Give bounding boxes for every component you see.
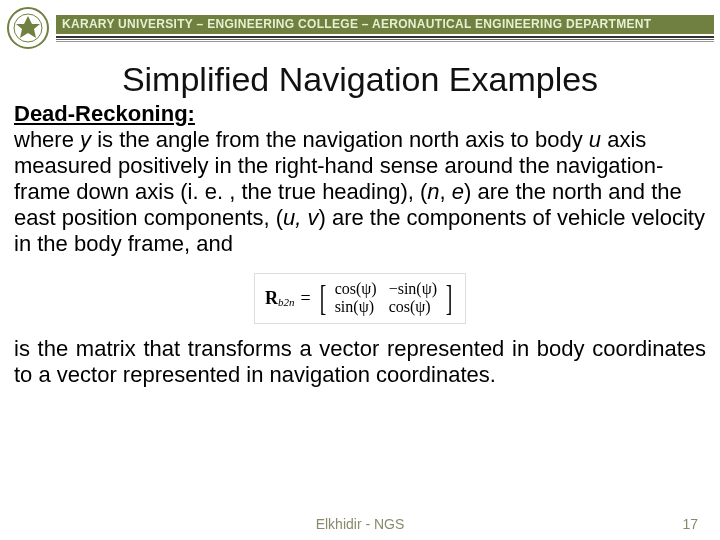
slide-title: Simplified Navigation Examples: [0, 60, 720, 99]
matrix-symbol: R: [265, 288, 278, 309]
text: is the angle from the navigation north a…: [91, 127, 589, 152]
matrix-col2: −sin(ψ) cos(ψ): [389, 280, 437, 317]
matrix-col1: cos(ψ) sin(ψ): [335, 280, 377, 317]
text: where: [14, 127, 80, 152]
text: ,: [440, 179, 452, 204]
paragraph-2: is the matrix that transforms a vector r…: [14, 336, 706, 388]
equals-sign: =: [300, 288, 310, 309]
matrix-cell: cos(ψ): [335, 280, 377, 298]
paragraph-1: where y is the angle from the navigation…: [14, 127, 706, 257]
header-divider: [56, 36, 714, 42]
var-uv: u, v: [283, 205, 318, 230]
footer-author: Elkhidir - NGS: [0, 516, 720, 532]
matrix-subscript: b2n: [278, 296, 295, 308]
banner-text: KARARY UNIVERSITY – ENGINEERING COLLEGE …: [56, 15, 714, 34]
matrix-cell: −sin(ψ): [389, 280, 437, 298]
section-subheading: Dead-Reckoning:: [14, 101, 706, 127]
matrix-cell: sin(ψ): [335, 298, 377, 316]
var-e: e: [452, 179, 464, 204]
university-logo: [6, 6, 50, 50]
equation-block: Rb2n = [ cos(ψ) sin(ψ) −sin(ψ) cos(ψ) ]: [14, 273, 706, 324]
rotation-matrix-equation: Rb2n = [ cos(ψ) sin(ψ) −sin(ψ) cos(ψ) ]: [254, 273, 466, 324]
left-bracket-icon: [: [319, 280, 326, 316]
slide-footer: Elkhidir - NGS 17: [0, 516, 720, 532]
header-bar: KARARY UNIVERSITY – ENGINEERING COLLEGE …: [0, 0, 720, 54]
matrix-cell: cos(ψ): [389, 298, 437, 316]
var-y: y: [80, 127, 91, 152]
var-n: n: [427, 179, 439, 204]
var-u: u: [589, 127, 601, 152]
right-bracket-icon: ]: [446, 280, 453, 316]
